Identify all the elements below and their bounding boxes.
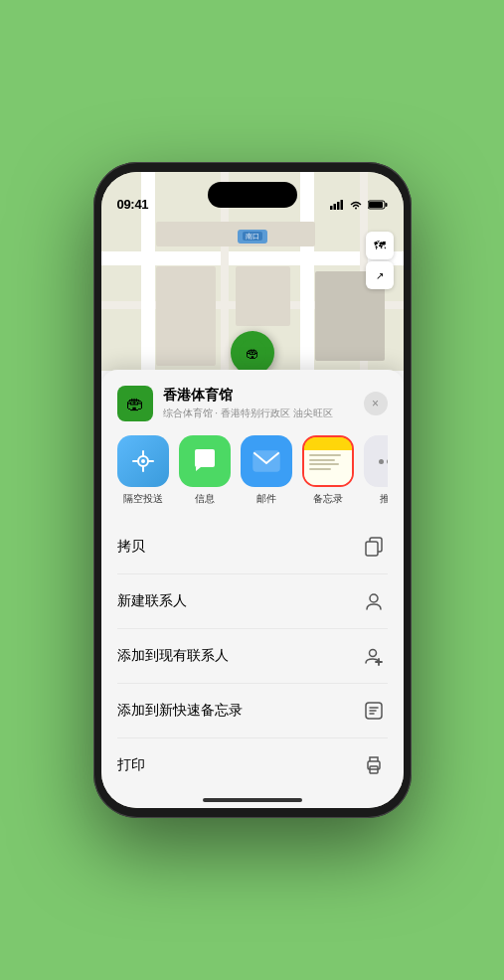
add-contact-label: 添加到现有联系人 <box>117 647 229 665</box>
action-row-quick-note[interactable]: 添加到新快速备忘录 <box>117 684 388 738</box>
wifi-icon <box>349 200 363 212</box>
venue-header: 🏟 香港体育馆 综合体育馆 · 香港特别行政区 油尖旺区 × <box>117 386 388 421</box>
messages-icon <box>179 435 231 487</box>
map-label: 南口 <box>238 230 267 244</box>
action-row-new-contact[interactable]: 新建联系人 <box>117 574 388 629</box>
more-dot-2 <box>387 459 388 464</box>
share-item-more[interactable]: 推荐 <box>364 435 388 506</box>
stadium-icon: 🏟 <box>246 345 259 361</box>
svg-point-13 <box>369 650 376 657</box>
airdrop-label: 隔空投送 <box>123 492 163 506</box>
print-label: 打印 <box>117 756 145 774</box>
svg-rect-0 <box>330 206 333 210</box>
phone-screen: 09:41 <box>101 172 404 808</box>
notes-label: 备忘录 <box>313 492 343 506</box>
messages-label: 信息 <box>195 492 215 506</box>
new-contact-label: 新建联系人 <box>117 592 187 610</box>
svg-point-8 <box>141 459 145 463</box>
copy-label: 拷贝 <box>117 538 145 556</box>
close-button[interactable]: × <box>364 392 388 415</box>
quick-note-icon <box>360 697 388 725</box>
dynamic-island <box>208 182 297 208</box>
airdrop-icon <box>117 435 169 487</box>
svg-rect-5 <box>385 203 387 207</box>
signal-icon <box>330 200 344 212</box>
svg-rect-1 <box>333 204 336 210</box>
svg-rect-2 <box>337 202 340 210</box>
status-icons <box>330 200 388 212</box>
venue-info: 香港体育馆 综合体育馆 · 香港特别行政区 油尖旺区 <box>163 387 364 420</box>
svg-rect-11 <box>366 542 378 556</box>
print-icon <box>360 751 388 779</box>
battery-icon <box>368 200 388 212</box>
svg-rect-9 <box>253 451 279 471</box>
venue-name: 香港体育馆 <box>163 387 364 405</box>
svg-rect-6 <box>369 202 383 208</box>
map-controls: 🗺 ↗ <box>366 232 394 289</box>
action-row-copy[interactable]: 拷贝 <box>117 520 388 574</box>
share-item-mail[interactable]: 邮件 <box>241 435 292 506</box>
quick-note-label: 添加到新快速备忘录 <box>117 702 243 720</box>
mail-label: 邮件 <box>256 492 276 506</box>
home-indicator <box>203 798 302 802</box>
action-row-print[interactable]: 打印 <box>117 738 388 792</box>
svg-rect-3 <box>340 200 343 210</box>
more-label: 推荐 <box>380 492 388 506</box>
location-button[interactable]: ↗ <box>366 261 394 289</box>
copy-icon <box>360 533 388 561</box>
mail-icon <box>241 435 292 487</box>
share-item-airdrop[interactable]: 隔空投送 <box>117 435 169 506</box>
new-contact-icon <box>360 587 388 615</box>
add-contact-icon <box>360 642 388 670</box>
map-type-button[interactable]: 🗺 <box>366 232 394 259</box>
phone-frame: 09:41 <box>93 162 412 818</box>
action-row-add-contact[interactable]: 添加到现有联系人 <box>117 629 388 684</box>
svg-point-12 <box>370 594 378 602</box>
share-item-messages[interactable]: 信息 <box>179 435 231 506</box>
share-item-notes[interactable]: 备忘录 <box>302 435 354 506</box>
status-time: 09:41 <box>117 197 149 212</box>
venue-icon: 🏟 <box>117 386 153 421</box>
share-row: 隔空投送 信息 <box>117 435 388 506</box>
notes-icon <box>302 435 354 487</box>
more-icon <box>364 435 388 487</box>
venue-subtitle: 综合体育馆 · 香港特别行政区 油尖旺区 <box>163 407 364 420</box>
bottom-sheet: 🏟 香港体育馆 综合体育馆 · 香港特别行政区 油尖旺区 × <box>101 370 404 808</box>
more-dot-1 <box>379 459 384 464</box>
